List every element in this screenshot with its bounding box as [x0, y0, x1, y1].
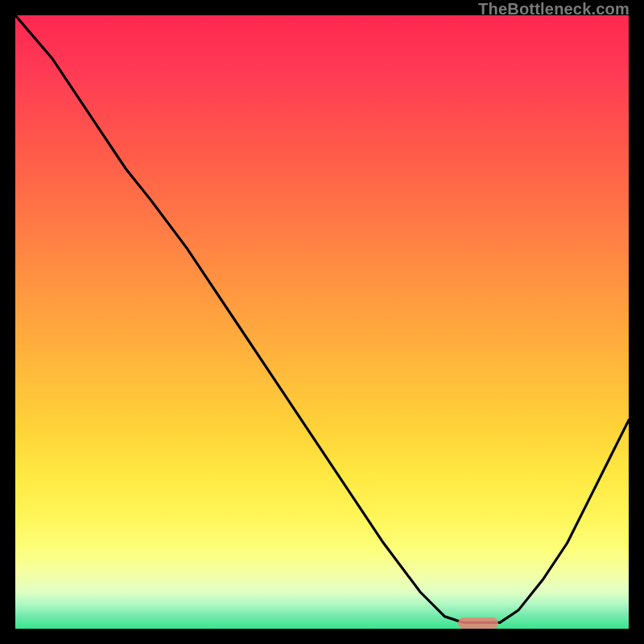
- chart-plot-area: [14, 14, 630, 630]
- watermark-text: TheBottleneck.com: [478, 0, 630, 19]
- chart-curve-svg: [15, 15, 629, 629]
- chart-marker: [458, 617, 498, 629]
- chart-frame: TheBottleneck.com: [0, 0, 644, 644]
- chart-curve-path: [15, 15, 629, 622]
